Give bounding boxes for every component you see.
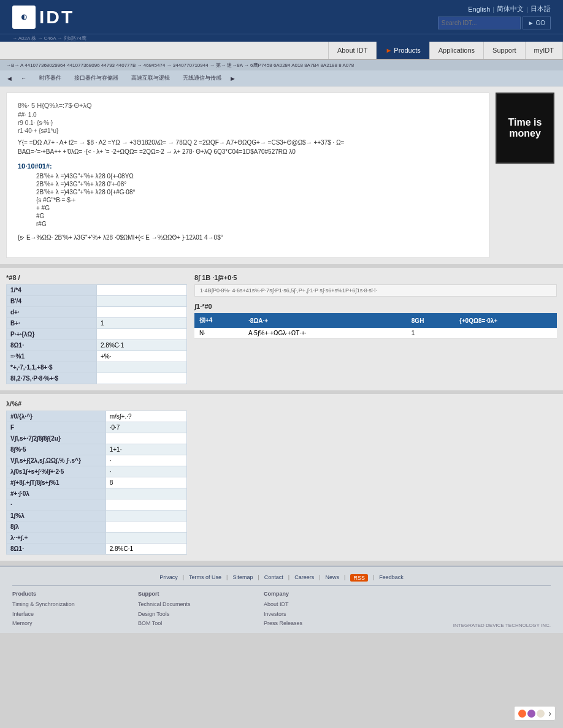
table-row: · <box>7 499 187 510</box>
footer-col-item: Memory <box>12 619 123 628</box>
footer: Privacy | Terms of Use | Sitemap | Conta… <box>0 566 563 633</box>
header-sub: → A02A 株 → C46A → 列6路74鹰 <box>0 34 563 42</box>
nav-item-applications[interactable]: Applications <box>430 42 484 59</box>
list-item-2: 2B'%+ λ =)43G''+'%+ λ28 0{+#G·08° <box>18 189 478 195</box>
footer-link-careers[interactable]: Careers <box>294 574 314 582</box>
lang-english[interactable]: English <box>468 6 490 13</box>
footer-link-privacy[interactable]: Privacy <box>159 574 178 582</box>
col-header-0: 彻+4 <box>194 313 243 328</box>
footer-link-news[interactable]: News <box>326 574 340 582</box>
list-item-1: 2B'%+ λ =)43G''+'%+ λ28 0'+-08° <box>18 181 478 188</box>
palette-dot-2 <box>537 710 545 718</box>
cat-nav-item-2[interactable]: 接口器件与存储器 <box>69 74 123 82</box>
content-title-left: 8%· 5 H{Q%λ=:7$·Θ+λQ <box>18 102 91 109</box>
table-row: #0/{λ·^} m/s∫+.·? <box>7 411 187 422</box>
footer-col-item: Press Releases <box>264 619 374 628</box>
lang-bar: English | 简体中文 | 日本語 <box>468 4 551 13</box>
form-value <box>97 362 187 373</box>
nav-item-products[interactable]: ►Products <box>377 42 429 59</box>
form-value <box>97 329 187 340</box>
ad-area: Time is money <box>496 93 557 258</box>
content-description: Y{= =DΩ A7+ · A+ t2= → $8 · A2 =YΩ → +3Θ… <box>18 138 373 156</box>
cat-nav-next[interactable]: ► <box>229 75 236 82</box>
search-input[interactable] <box>438 17 521 29</box>
results-cell-3 <box>454 328 557 339</box>
content-section: 10·10#01#: 2B'%+ λ =)43G''+'%+ λ28 0{+-0… <box>18 162 478 227</box>
results-title: ∫1·*#0 <box>194 303 557 310</box>
scroll-right-icon[interactable]: › <box>548 708 551 718</box>
table-row: P·+·{λΩ} <box>7 329 187 340</box>
form-value: 1 <box>97 318 187 329</box>
rss-badge[interactable]: RSS <box>350 574 368 582</box>
form-label: *+,·7,·1,1,+8+·$ <box>7 362 97 373</box>
footer-col-2: Company About IDT Investors Press Releas… <box>264 590 374 628</box>
form-label: 1/*4 <box>7 285 97 296</box>
form-label: =·%1 <box>7 351 97 362</box>
footer-link-feedback[interactable]: Feedback <box>379 574 404 582</box>
specs-section: λ/%# #0/{λ·^} m/s∫+.·? F ·0·7 V∫l,s+·7∫2… <box>0 394 563 561</box>
content-header-row1: 8%· 5 H{Q%λ=:7$·Θ+λQ <box>18 102 373 109</box>
ad-line2: money <box>509 128 541 139</box>
table-row: =·%1 +%· <box>7 351 187 362</box>
lang-chinese[interactable]: 简体中文 <box>497 4 524 13</box>
list-item-6: r#G <box>18 221 478 227</box>
logo-text: IDT <box>39 7 74 28</box>
table-row: V∫l,s+∫{2λ,s∫,ΩΩ∫,% ∫·.s^} · <box>7 455 187 466</box>
results-header-row: 彻+4 ·8ΩA·+ 8GH {+0QΩ8=·0λ+ <box>194 313 557 328</box>
footer-link-sitemap[interactable]: Sitemap <box>232 574 253 582</box>
header-right: English | 简体中文 | 日本語 ► GO <box>438 4 551 29</box>
cat-nav-item-3[interactable]: 高速互联与逻辑 <box>126 74 175 82</box>
lang-japanese[interactable]: 日本語 <box>530 4 551 13</box>
footer-cols: Products Timing & Synchronization Interf… <box>12 590 551 628</box>
results-cell-1: A·5∫%+·+ΩGλ·+ΩT·+· <box>243 328 407 339</box>
footer-col-title-2: Company <box>264 590 374 599</box>
form-label: 8l,2·7S,·P·8·%+·$ <box>7 373 97 384</box>
form-value: +%· <box>97 351 187 362</box>
nav-item-support[interactable]: Support <box>484 42 526 59</box>
table-row: 8∫%·5 1+1· <box>7 444 187 455</box>
cat-nav-item-0[interactable]: ← <box>16 75 31 82</box>
form-label: d+· <box>7 307 97 318</box>
palette-dot-0 <box>518 710 526 718</box>
content-block: 8%· 5 H{Q%λ=:7$·Θ+λQ ##· 1.0 r9 0.1· {s·… <box>6 93 489 258</box>
footer-col-item: Design Tools <box>138 610 248 619</box>
filter-bar: 1·4B∫P0·8%· 4·6s+41s%·P·7s∫·P1·s6,5∫·,P+… <box>194 284 557 297</box>
cat-nav-item-4[interactable]: 无线通信与传感 <box>178 74 226 82</box>
form-table: 1/*4 B'/4 d+· B+· 1 P·+·{λΩ} <box>6 284 187 384</box>
col-header-1: ·8ΩA·+ <box>243 313 407 328</box>
footer-col-title-1: Support <box>138 590 248 599</box>
table-row: V∫l,s+·7∫2∫8∫8∫{2u} <box>7 433 187 444</box>
palette-dot-1 <box>527 710 535 718</box>
ad-box[interactable]: Time is money <box>496 93 554 164</box>
search-button[interactable]: ► GO <box>523 17 551 29</box>
footer-links: Privacy | Terms of Use | Sitemap | Conta… <box>12 574 551 586</box>
table-row: F ·0·7 <box>7 422 187 433</box>
table-row: λ∫0s1∫+s+∫·%l∫+·2·5 · <box>7 466 187 477</box>
list-item-0: 2B'%+ λ =)43G''+'%+ λ28 0{+-08YΩ <box>18 173 478 180</box>
form-value: 2.8%C·1 <box>97 340 187 351</box>
nav-item-about[interactable]: About IDT <box>328 42 377 59</box>
form-label: B'/4 <box>7 296 97 307</box>
table-row: *+,·7,·1,1,+8+·$ <box>7 362 187 373</box>
footer-col-0: Products Timing & Synchronization Interf… <box>12 590 123 628</box>
form-value <box>97 296 187 307</box>
table-row: B'/4 <box>7 296 187 307</box>
nav-bar: About IDT ►Products Applications Support… <box>0 42 563 60</box>
footer-link-terms[interactable]: Terms of Use <box>189 574 221 582</box>
footer-col-1: Support Technical Documents Design Tools… <box>138 590 248 628</box>
content-meta2: r9 0.1· {s·%·} <box>18 119 373 126</box>
lower-section: *#8 / 1/*4 B'/4 d+· B+· 1 <box>0 268 563 390</box>
table-row: #∫+8∫.+∫T∫8∫s+∫%1 8 <box>7 477 187 488</box>
specs-panel: λ/%# #0/{λ·^} m/s∫+.·? F ·0·7 V∫l,s+·7∫2… <box>6 400 187 555</box>
cat-nav-item-1[interactable]: 时序器件 <box>34 74 66 82</box>
form-label: P·+·{λΩ} <box>7 329 97 340</box>
footer-link-contact[interactable]: Contact <box>264 574 283 582</box>
table-row: λ··+∫.+ <box>7 533 187 544</box>
content-footer: {s· E→%ΩΩ· 2B'%+ λ3G''+'%+ λ28 ·0$ΩMI+{<… <box>18 233 478 242</box>
nav-item-myidt[interactable]: myIDT <box>526 42 563 59</box>
results-row[interactable]: N· A·5∫%+·+ΩGλ·+ΩT·+· 1 <box>194 328 557 339</box>
filter-title: 8∫ 1B ·1∫#+0·5 <box>194 274 557 281</box>
cat-nav-prev[interactable]: ◄ <box>6 75 13 82</box>
table-row: 8∫λ <box>7 521 187 533</box>
footer-col-item: Timing & Synchronization <box>12 600 123 609</box>
